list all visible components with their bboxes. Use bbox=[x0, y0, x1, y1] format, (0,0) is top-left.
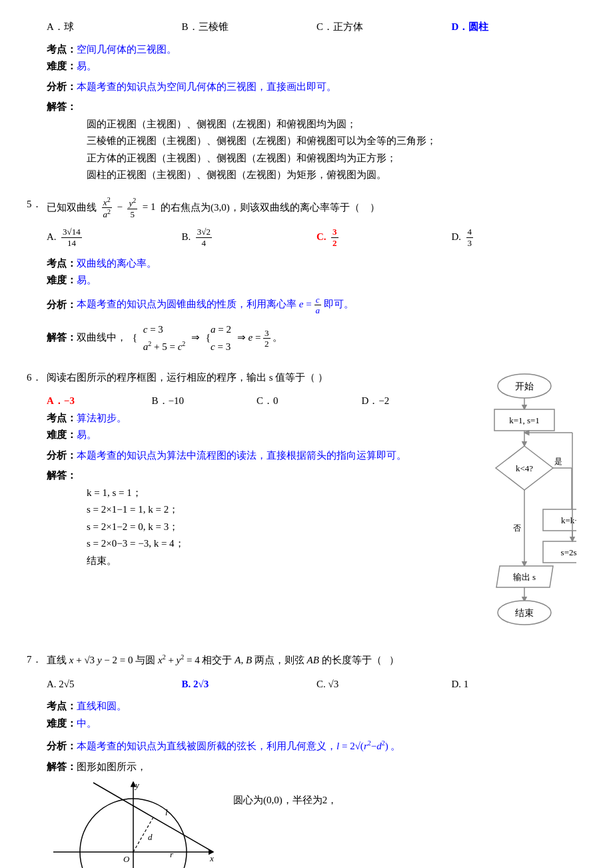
fenxi-label: 分析： bbox=[47, 81, 77, 92]
svg-text:输出 s: 输出 s bbox=[513, 572, 536, 582]
q4-nandu: 难度：易。 bbox=[47, 58, 586, 75]
q4-kaopoint-value: 空间几何体的三视图。 bbox=[77, 44, 177, 55]
q6-num: 6． bbox=[27, 369, 47, 387]
q6-section: 6． 阅读右图所示的程序框图，运行相应的程序，输出 s 值等于（ ） A．−3 … bbox=[27, 369, 586, 635]
q6-ans-3: s = 2×0−3 = −3, k = 4； bbox=[87, 535, 466, 553]
q4-kaopoint: 考点：空间几何体的三视图。 bbox=[47, 41, 586, 59]
q7-jieda-right-text: 圆心为(0,0)，半径为2， bbox=[233, 792, 337, 809]
q4-options: A．球 B．三棱锥 C．正方体 D．圆柱 bbox=[47, 19, 586, 36]
q4-answer-line-2: 正方体的正视图（主视图）、侧视图（左视图）和俯视图均为正方形； bbox=[87, 150, 586, 167]
q6-text-col: 6． 阅读右图所示的程序框图，运行相应的程序，输出 s 值等于（ ） A．−3 … bbox=[27, 369, 466, 570]
svg-text:k=1, s=1: k=1, s=1 bbox=[509, 415, 540, 425]
nandu-label: 难度： bbox=[47, 61, 77, 71]
q5-kaopoint-value: 双曲线的离心率。 bbox=[77, 258, 157, 269]
q6-jieda: 解答： bbox=[47, 467, 466, 485]
q5-option-a: A. 3√14 14 bbox=[47, 227, 182, 248]
q4-option-c: C．正方体 bbox=[316, 19, 452, 36]
q6-fenxi: 分析：本题考查的知识点为算法中流程图的读法，直接根据箭头的指向运算即可。 bbox=[47, 447, 466, 465]
q6-layout: 6． 阅读右图所示的程序框图，运行相应的程序，输出 s 值等于（ ） A．−3 … bbox=[27, 369, 586, 635]
q5-jieda: 解答：双曲线中， { c = 3 a2 + 5 = c2 ⇒ {a = 2c =… bbox=[47, 321, 586, 356]
flowchart-svg: 开始 k=1, s=1 k<4? 否 bbox=[473, 369, 576, 629]
q5-body: 已知双曲线 x2 a2 − y2 5 = 1 的右焦点为(3,0)，则该双曲线的… bbox=[47, 196, 586, 221]
svg-text:O: O bbox=[123, 854, 130, 864]
svg-text:是: 是 bbox=[554, 457, 562, 466]
q5-question-row: 5． 已知双曲线 x2 a2 − y2 5 = 1 的右焦点为(3,0)，则该双… bbox=[27, 196, 586, 221]
q6-option-b: B．−10 bbox=[152, 393, 257, 410]
q5-kaopoint: 考点：双曲线的离心率。 bbox=[47, 255, 586, 273]
q4-b-label: 三棱锥 bbox=[199, 21, 229, 32]
svg-text:l: l bbox=[165, 807, 168, 817]
kaopoint-label: 考点： bbox=[47, 44, 77, 55]
q4-fenxi: 分析：本题考查的知识点为空间几何体的三视图，直接画出即可。 bbox=[47, 79, 586, 96]
q4-option-d: D．圆柱 bbox=[452, 19, 587, 36]
q7-jieda-label: 解答：图形如图所示， bbox=[47, 759, 586, 776]
q6-nandu: 难度：易。 bbox=[47, 427, 466, 444]
q5-section: 5． 已知双曲线 x2 a2 − y2 5 = 1 的右焦点为(3,0)，则该双… bbox=[27, 196, 586, 356]
q7-question-row: 7． 直线 x + √3 y − 2 = 0 与圆 x2 + y2 = 4 相交… bbox=[27, 651, 586, 669]
q4-fenxi-value: 本题考查的知识点为空间几何体的三视图，直接画出即可。 bbox=[77, 81, 336, 92]
q4-section: A．球 B．三棱锥 C．正方体 D．圆柱 考点：空间几何体的三视图。 难度：易。… bbox=[27, 19, 586, 184]
q5-option-c: C. 3 2 bbox=[316, 227, 452, 248]
q4-answer-block: 圆的正视图（主视图）、侧视图（左视图）和俯视图均为圆； 三棱锥的正视图（主视图）… bbox=[87, 116, 586, 184]
q5-frac-x2a2: x2 a2 bbox=[102, 196, 113, 221]
q7-graph: y x O bbox=[47, 779, 220, 868]
svg-text:s=2s-k: s=2s-k bbox=[561, 547, 576, 557]
q7-option-d: D. 1 bbox=[452, 676, 587, 693]
q6-option-c: C．0 bbox=[257, 393, 362, 410]
q4-option-b: B．三棱锥 bbox=[182, 19, 317, 36]
q4-a-label: 球 bbox=[64, 21, 74, 32]
q5-frac-expr: x2 a2 − y2 5 = 1 bbox=[102, 201, 159, 212]
q7-num: 7． bbox=[27, 651, 47, 669]
q7-fenxi: 分析：本题考查的知识点为直线被圆所截的弦长，利用几何意义，l = 2√(r2−d… bbox=[47, 737, 586, 755]
q7-kaopoint: 考点：直线和圆。 bbox=[47, 698, 586, 715]
q5-nandu-value: 易。 bbox=[77, 275, 97, 285]
svg-text:x: x bbox=[209, 853, 214, 863]
q4-answer-line-0: 圆的正视图（主视图）、侧视图（左视图）和俯视图均为圆； bbox=[87, 116, 586, 133]
q4-d-label: 圆柱 bbox=[468, 21, 488, 32]
q6-option-a: A．−3 bbox=[47, 393, 152, 410]
q7-jieda-content: y x O bbox=[47, 779, 586, 868]
svg-text:结束: 结束 bbox=[515, 608, 534, 618]
q6-ans-1: s = 2×1−1 = 1, k = 2； bbox=[87, 501, 466, 519]
q5-option-d: D. 4 3 bbox=[452, 227, 587, 248]
svg-text:k=k+1: k=k+1 bbox=[561, 515, 576, 525]
q4-answer-line-3: 圆柱的正视图（主视图）、侧视图（左视图）为矩形，俯视图为圆。 bbox=[87, 167, 586, 184]
q4-answer-line-1: 三棱锥的正视图（主视图）、侧视图（左视图）和俯视图可以为全等的三角形； bbox=[87, 133, 586, 150]
q6-option-d: D．−2 bbox=[362, 393, 467, 410]
svg-text:否: 否 bbox=[513, 523, 521, 533]
q4-nandu-value: 易。 bbox=[77, 61, 97, 71]
q5-nandu: 难度：易。 bbox=[47, 272, 586, 289]
q6-body: 阅读右图所示的程序框图，运行相应的程序，输出 s 值等于（ ） bbox=[47, 369, 466, 387]
q5-fenxi: 分析：本题考查的知识点为圆锥曲线的性质，利用离心率 e = ca 即可。 bbox=[47, 295, 586, 316]
q7-options-row: A. 2√5 B. 2√3 C. √3 D. 1 bbox=[47, 676, 586, 693]
q4-c-label: 正方体 bbox=[333, 21, 363, 32]
q7-section: 7． 直线 x + √3 y − 2 = 0 与圆 x2 + y2 = 4 相交… bbox=[27, 651, 586, 868]
q7-option-c: C. √3 bbox=[316, 676, 452, 693]
page-content: A．球 B．三棱锥 C．正方体 D．圆柱 考点：空间几何体的三视图。 难度：易。… bbox=[27, 19, 586, 868]
q4-jieda: 解答： bbox=[47, 99, 586, 116]
q6-question-row: 6． 阅读右图所示的程序框图，运行相应的程序，输出 s 值等于（ ） bbox=[27, 369, 466, 387]
q5-frac-y25: y2 5 bbox=[127, 197, 137, 220]
jieda-label: 解答： bbox=[47, 101, 77, 112]
svg-text:r: r bbox=[170, 849, 174, 859]
q5-fenxi-value: 本题考查的知识点为圆锥曲线的性质，利用离心率 e = ca 即可。 bbox=[77, 299, 354, 309]
q6-options-row: A．−3 B．−10 C．0 D．−2 bbox=[47, 393, 466, 410]
q5-num: 5． bbox=[27, 196, 47, 213]
q6-ans-0: k = 1, s = 1； bbox=[87, 485, 466, 502]
svg-text:k<4?: k<4? bbox=[516, 463, 533, 473]
q5-options-row: A. 3√14 14 B. 3√2 4 C. 3 2 bbox=[47, 227, 586, 248]
q6-ans-2: s = 2×1−2 = 0, k = 3； bbox=[87, 519, 466, 536]
q7-option-a: A. 2√5 bbox=[47, 676, 182, 693]
svg-text:y: y bbox=[134, 780, 139, 790]
q7-graph-svg: y x O bbox=[47, 779, 220, 868]
svg-text:d: d bbox=[148, 832, 153, 842]
q6-kaopoint: 考点：算法初步。 bbox=[47, 410, 466, 427]
q4-option-a: A．球 bbox=[47, 19, 182, 36]
q6-answer-block: k = 1, s = 1； s = 2×1−1 = 1, k = 2； s = … bbox=[87, 485, 466, 570]
q6-question-text: 阅读右图所示的程序框图，运行相应的程序，输出 s 值等于（ ） bbox=[47, 372, 328, 383]
q6-ans-4: 结束。 bbox=[87, 553, 466, 570]
q7-option-b: B. 2√3 bbox=[182, 676, 317, 693]
q7-body: 直线 x + √3 y − 2 = 0 与圆 x2 + y2 = 4 相交于 A… bbox=[47, 651, 586, 669]
q6-flowchart: 开始 k=1, s=1 k<4? 否 bbox=[473, 369, 586, 635]
q7-nandu: 难度：中。 bbox=[47, 715, 586, 733]
